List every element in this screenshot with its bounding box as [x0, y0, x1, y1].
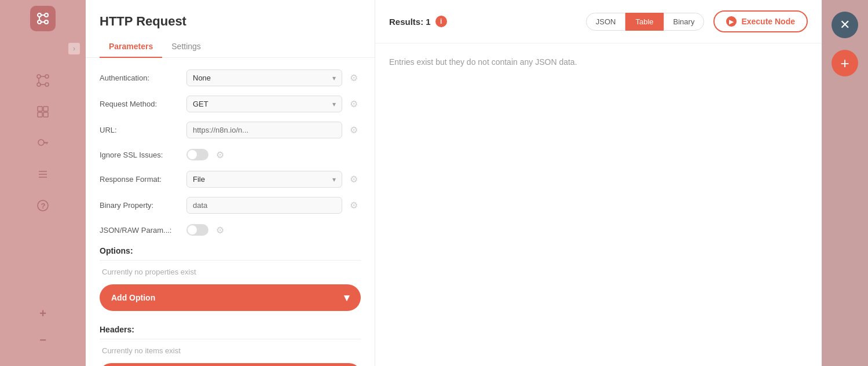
chevron-method-icon: ▾: [332, 100, 336, 108]
sidebar-logo: [30, 6, 56, 31]
results-info: Results: 1 i: [389, 16, 447, 27]
svg-rect-16: [38, 112, 42, 117]
view-tab-table[interactable]: Table: [625, 13, 663, 31]
chevron-response-icon: ▾: [332, 175, 336, 184]
tab-settings[interactable]: Settings: [162, 36, 210, 58]
control-json-raw: ⚙: [186, 223, 361, 237]
label-authentication: Authentication:: [100, 74, 181, 82]
label-request-method: Request Method:: [100, 100, 181, 108]
modal-title: HTTP Request: [86, 0, 375, 29]
gear-method-icon[interactable]: ⚙: [347, 97, 361, 111]
view-tab-json[interactable]: JSON: [586, 13, 626, 31]
sidebar-icon-key[interactable]: [34, 134, 52, 152]
svg-text:?: ?: [41, 202, 46, 210]
form-area: Authentication: None ▾ ⚙ Request Method:: [86, 58, 375, 366]
label-ignore-ssl: Ignore SSL Issues:: [100, 151, 181, 159]
svg-point-10: [45, 83, 49, 86]
chevron-authentication-icon: ▾: [332, 74, 336, 82]
right-panel: Results: 1 i JSON Table Binary ▶ Execute…: [375, 0, 822, 366]
control-request-method: GET ▾ ⚙: [186, 96, 361, 112]
options-section: Options: Currently no properties exist A…: [100, 246, 361, 311]
add-button[interactable]: +: [832, 50, 858, 76]
form-row-url: URL: https://n8n.io/n... ⚙: [100, 122, 361, 138]
modal-body: HTTP Request Parameters Settings Authent…: [86, 0, 822, 366]
sidebar-bottom-controls: + −: [34, 305, 52, 349]
label-binary-property: Binary Property:: [100, 201, 181, 210]
close-icon: ✕: [840, 17, 850, 32]
play-icon: ▶: [726, 16, 737, 27]
gear-url-icon[interactable]: ⚙: [347, 123, 361, 137]
svg-point-9: [37, 83, 41, 86]
svg-point-1: [45, 13, 48, 17]
svg-point-0: [38, 13, 41, 17]
sidebar: ›: [0, 0, 86, 366]
gear-authentication-icon[interactable]: ⚙: [347, 71, 361, 85]
toggle-ignore-ssl[interactable]: [186, 149, 208, 160]
zoom-out-icon[interactable]: −: [34, 331, 52, 349]
tab-parameters[interactable]: Parameters: [100, 36, 162, 58]
add-option-button[interactable]: Add Option ▾: [100, 284, 361, 311]
control-binary-property: data ⚙: [186, 197, 361, 214]
form-row-authentication: Authentication: None ▾ ⚙: [100, 69, 361, 86]
sidebar-icons: ?: [34, 72, 52, 214]
select-request-method[interactable]: GET ▾: [186, 96, 342, 112]
execute-node-button[interactable]: ▶ Execute Node: [713, 10, 808, 32]
close-button[interactable]: ✕: [832, 12, 858, 38]
svg-point-8: [45, 75, 49, 78]
view-tabs: JSON Table Binary: [586, 13, 705, 31]
control-url: https://n8n.io/n... ⚙: [186, 122, 361, 138]
input-url[interactable]: https://n8n.io/n...: [186, 122, 342, 138]
sidebar-icon-list[interactable]: [34, 166, 52, 183]
info-icon: i: [435, 16, 447, 27]
options-title: Options:: [100, 246, 361, 255]
form-row-response-format: Response Format: File ▾ ⚙: [100, 171, 361, 188]
results-label: Results: 1: [389, 17, 431, 27]
sidebar-icon-help[interactable]: ?: [34, 197, 52, 214]
form-row-binary-property: Binary Property: data ⚙: [100, 197, 361, 214]
headers-empty-text: Currently no items exist: [100, 346, 361, 355]
control-ignore-ssl: ⚙: [186, 148, 361, 162]
results-message: Entries exist but they do not contain an…: [389, 57, 577, 67]
svg-rect-15: [43, 107, 48, 111]
input-binary-property[interactable]: data: [186, 197, 342, 214]
add-header-button[interactable]: Add Header: [100, 363, 361, 366]
select-response-format[interactable]: File ▾: [186, 171, 342, 188]
chevron-add-option-icon: ▾: [344, 291, 349, 304]
control-authentication: None ▾ ⚙: [186, 69, 361, 86]
svg-point-3: [45, 20, 48, 24]
add-option-label: Add Option: [111, 293, 155, 302]
select-authentication[interactable]: None ▾: [186, 69, 342, 86]
sidebar-icon-nodes[interactable]: [34, 72, 52, 89]
gear-binary-icon[interactable]: ⚙: [347, 199, 361, 213]
add-icon: +: [840, 54, 849, 72]
options-empty-text: Currently no properties exist: [100, 268, 361, 276]
toggle-json-raw[interactable]: [186, 224, 208, 236]
execute-label: Execute Node: [741, 17, 795, 26]
zoom-in-icon[interactable]: +: [34, 305, 52, 322]
headers-title: Headers:: [100, 325, 361, 334]
view-tab-binary[interactable]: Binary: [664, 13, 705, 31]
right-header: Results: 1 i JSON Table Binary ▶ Execute…: [375, 0, 822, 43]
control-response-format: File ▾ ⚙: [186, 171, 361, 188]
tabs: Parameters Settings: [86, 36, 375, 58]
options-divider: [100, 260, 361, 261]
right-buttons: ✕ +: [822, 0, 868, 366]
form-row-ignore-ssl: Ignore SSL Issues: ⚙: [100, 148, 361, 162]
svg-point-2: [38, 20, 41, 24]
headers-divider: [100, 339, 361, 339]
label-json-raw: JSON/RAW Param...:: [100, 226, 181, 235]
modal: HTTP Request Parameters Settings Authent…: [86, 0, 822, 366]
gear-ssl-icon[interactable]: ⚙: [213, 148, 227, 162]
label-response-format: Response Format:: [100, 175, 181, 184]
form-row-json-raw: JSON/RAW Param...: ⚙: [100, 223, 361, 237]
label-url: URL:: [100, 126, 181, 134]
svg-rect-14: [38, 107, 42, 111]
sidebar-icon-grid[interactable]: [34, 103, 52, 120]
svg-point-7: [37, 75, 41, 78]
gear-response-icon[interactable]: ⚙: [347, 173, 361, 186]
gear-json-icon[interactable]: ⚙: [213, 223, 227, 237]
right-content: Entries exist but they do not contain an…: [375, 43, 822, 366]
headers-section: Headers: Currently no items exist Add He…: [100, 325, 361, 366]
svg-rect-17: [43, 112, 48, 117]
sidebar-toggle[interactable]: ›: [68, 43, 80, 54]
